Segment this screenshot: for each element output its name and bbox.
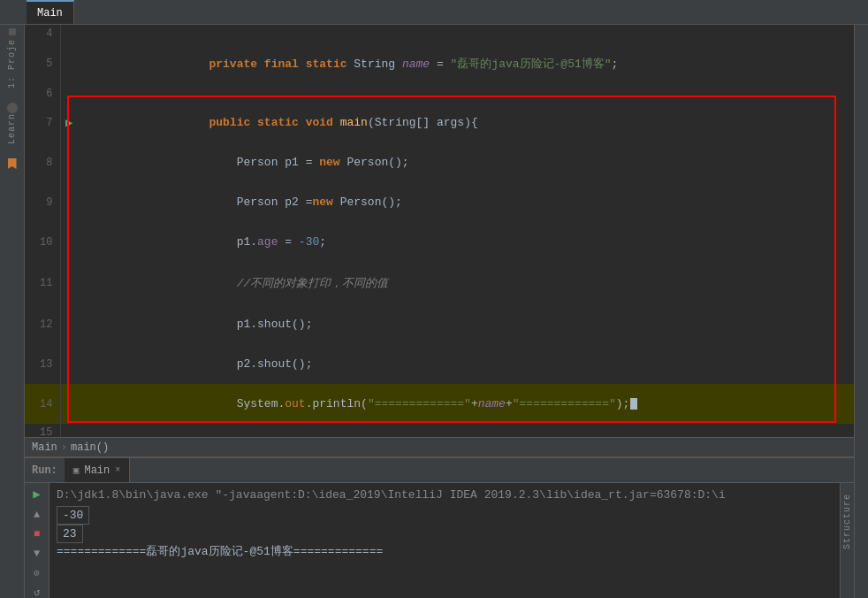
keyword-final: final [264, 58, 299, 71]
table-row: 9 Person p2 =new Person(); [25, 182, 854, 222]
project-label: 1: Proje [7, 39, 17, 88]
output-box-container2: 23 [57, 525, 833, 543]
play-button[interactable]: ▶ [33, 487, 40, 502]
line-number: 12 [25, 304, 60, 344]
line-number: 5 [25, 42, 60, 85]
method-main: main [340, 116, 368, 129]
string-eq2: "=============" [513, 397, 616, 410]
breadcrumb-part1: Main [32, 441, 57, 454]
breadcrumb-separator: › [61, 441, 67, 454]
output-value-neg30: -30 [57, 506, 89, 525]
line-gutter [60, 222, 78, 262]
bookmark-icon [8, 158, 17, 169]
line-number: 15 [25, 424, 60, 437]
line-gutter [60, 262, 78, 304]
keyword-new: new [319, 156, 339, 169]
out-keyword: out [285, 397, 305, 410]
table-row: 10 p1.age = -30; [25, 222, 854, 262]
line-code [78, 424, 854, 437]
line-number: 9 [25, 182, 60, 222]
keyword-void: void [306, 116, 333, 129]
table-row: 15 [25, 424, 854, 437]
line-code [78, 85, 854, 103]
cursor [630, 398, 637, 410]
line-code [78, 25, 854, 42]
run-tab-bar: Run: ▣ Main × [25, 458, 854, 483]
learn-label: Learn [7, 113, 17, 144]
breadcrumb: Main › main() [25, 437, 854, 456]
line-code: Person p2 =new Person(); [78, 182, 854, 222]
line-number: 8 [25, 142, 60, 182]
code-scroll[interactable]: 4 5 private final static String name = "… [25, 25, 854, 437]
table-row: 7 ▶ public static void main(String[] arg… [25, 103, 854, 142]
scroll-up-button[interactable]: ▲ [34, 509, 40, 521]
line-gutter [60, 304, 78, 344]
left-sidebar: 1: Proje Learn [0, 25, 25, 598]
line-gutter: ▶ [60, 103, 78, 142]
line-gutter [60, 182, 78, 222]
line-code: Person p1 = new Person(); [78, 142, 854, 182]
close-run-tab-button[interactable]: × [115, 465, 120, 475]
keyword-public: public [209, 116, 250, 129]
line-code: //不同的对象打印，不同的值 [78, 262, 854, 304]
line-gutter [60, 384, 78, 424]
line-code: public static void main(String[] args){ [78, 103, 854, 142]
camera-button[interactable]: ⊙ [34, 567, 40, 579]
line-code: private final static String name = "磊哥的j… [78, 42, 854, 85]
table-row: 8 Person p1 = new Person(); [25, 142, 854, 182]
editor-area: 4 5 private final static String name = "… [25, 25, 854, 598]
code-container: 4 5 private final static String name = "… [25, 25, 854, 456]
table-row: 12 p1.shout(); [25, 304, 854, 344]
string-literal: "磊哥的java历险记-@51博客" [451, 58, 612, 71]
line-gutter [60, 42, 78, 85]
tab-main-label: Main [37, 7, 63, 19]
table-row: 11 //不同的对象打印，不同的值 [25, 262, 854, 304]
line-number: 7 [25, 103, 60, 142]
line-gutter [60, 25, 78, 42]
scroll-down-button[interactable]: ▼ [34, 548, 40, 560]
line-number: 13 [25, 344, 60, 384]
table-row: 13 p2.shout(); [25, 344, 854, 384]
tab-main[interactable]: Main [27, 0, 74, 24]
line-gutter [60, 424, 78, 437]
right-sidebar [854, 25, 868, 598]
folder-icon[interactable] [9, 28, 16, 35]
run-output-line: D:\jdk1.8\bin\java.exe "-javaagent:D:\id… [57, 487, 833, 504]
table-row: 4 [25, 25, 854, 42]
keyword-new2: new [312, 196, 332, 209]
run-sidebar: ▶ ▲ ■ ▼ ⊙ ↺ ⬜ [25, 483, 49, 598]
keyword-static: static [257, 116, 299, 129]
run-tab-label: Main [84, 464, 110, 477]
table-row: 14 System.out.println("============="+na… [25, 384, 854, 424]
string-eq1: "=============" [368, 397, 471, 410]
run-right-sidebar: Structure [840, 483, 854, 598]
keyword-static: static [306, 58, 347, 71]
num-literal: -30 [299, 235, 319, 249]
var-ref-name: name [478, 397, 506, 410]
run-arrow-icon[interactable]: ▶ [65, 116, 72, 130]
line-gutter [60, 142, 78, 182]
output-value-23: 23 [57, 525, 83, 543]
run-tab-main[interactable]: ▣ Main × [65, 458, 130, 482]
line-gutter [60, 344, 78, 384]
structure-label: Structure [842, 494, 852, 549]
breadcrumb-part2: main() [71, 441, 109, 454]
stop-button[interactable]: ■ [34, 528, 40, 540]
reload-button[interactable]: ↺ [34, 586, 40, 598]
run-output: D:\jdk1.8\bin\java.exe "-javaagent:D:\id… [49, 483, 840, 598]
line-number: 6 [25, 85, 60, 103]
table-row: 6 [25, 85, 854, 103]
line-gutter [60, 85, 78, 103]
console-icon: ▣ [73, 464, 80, 476]
code-table: 4 5 private final static String name = "… [25, 25, 854, 437]
line-code: p2.shout(); [78, 344, 854, 384]
circle-icon [7, 103, 18, 113]
output-box-container: -30 [57, 506, 833, 525]
line-code: System.out.println("============="+name+… [78, 384, 854, 424]
run-panel: Run: ▣ Main × ▶ ▲ ■ ▼ ⊙ ↺ ⬜ D:\ [25, 456, 854, 598]
comment: //不同的对象打印，不同的值 [237, 277, 389, 290]
line-number: 14 [25, 384, 60, 424]
keyword-private: private [209, 58, 257, 71]
line-number: 10 [25, 222, 60, 262]
line-code: p1.shout(); [78, 304, 854, 344]
